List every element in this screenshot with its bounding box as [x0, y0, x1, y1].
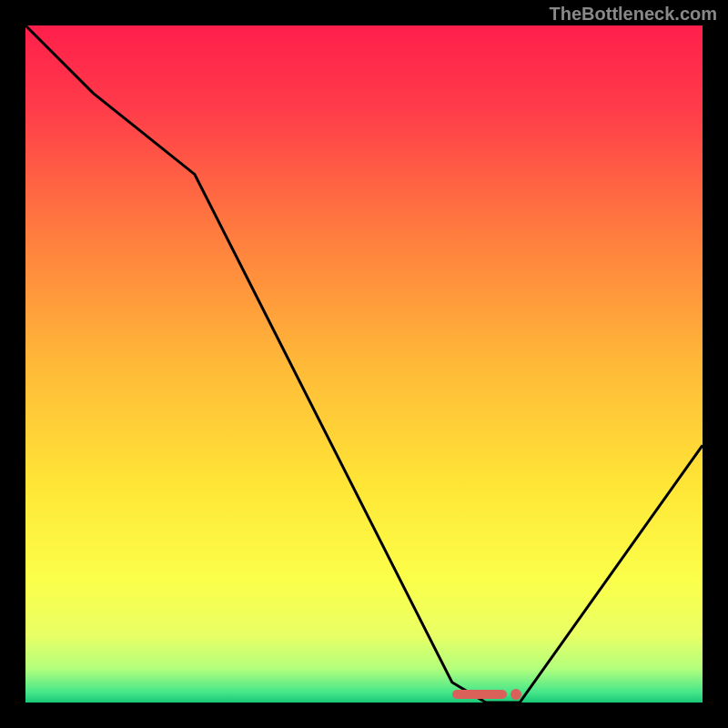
bottleneck-curve [25, 25, 703, 703]
optimal-range-marker [452, 690, 507, 699]
plot-area [25, 25, 703, 703]
watermark-text: TheBottleneck.com [550, 4, 717, 25]
optimal-range-marker-dot [511, 689, 521, 700]
chart-container: TheBottleneck.com [0, 0, 728, 728]
